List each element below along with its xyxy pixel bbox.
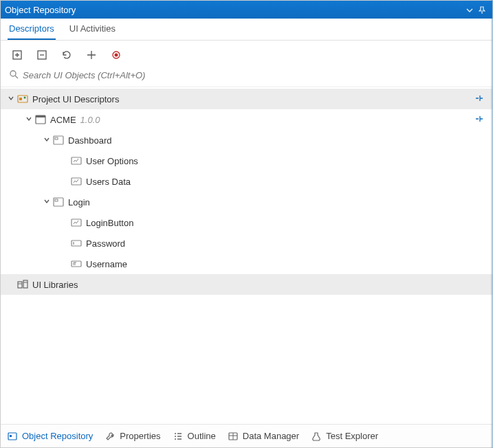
tree-node-dashboard[interactable]: Dashboard	[1, 130, 492, 150]
add-button[interactable]	[85, 48, 98, 62]
svg-rect-18	[72, 261, 81, 267]
search-row	[1, 68, 492, 87]
tree-node-ui-libraries[interactable]: UI Libraries	[1, 274, 492, 295]
tree-node-username[interactable]: Username	[1, 254, 492, 274]
bottom-tab-label: Test Explorer	[326, 431, 378, 441]
element-icon	[69, 177, 83, 186]
input-element-icon	[69, 239, 83, 247]
svg-rect-20	[23, 280, 28, 288]
panel-title: Object Repository	[5, 5, 463, 15]
highlight-icon[interactable]	[474, 93, 487, 105]
top-tabs: Descriptors UI Activities	[1, 19, 492, 41]
tree-node-users-data[interactable]: Users Data	[1, 171, 492, 192]
tree-node-login-button[interactable]: LoginButton	[1, 212, 492, 233]
tab-ui-activities[interactable]: UI Activities	[68, 19, 117, 40]
tree-node-label: Login	[68, 197, 487, 208]
tree-node-label: Users Data	[86, 177, 487, 187]
tree-node-label: User Options	[86, 156, 487, 166]
highlight-icon[interactable]	[474, 114, 487, 126]
svg-rect-17	[72, 240, 81, 246]
project-descriptors-icon	[16, 94, 30, 104]
pin-icon[interactable]	[476, 5, 488, 15]
chevron-down-icon[interactable]	[6, 95, 16, 103]
svg-rect-19	[18, 282, 22, 288]
bottom-tab-label: Properties	[120, 431, 160, 441]
svg-rect-21	[8, 433, 17, 440]
object-repository-icon	[8, 432, 19, 440]
outline-icon	[173, 432, 184, 440]
element-icon	[69, 219, 83, 227]
tree-node-label: UI Libraries	[32, 280, 487, 290]
test-explorer-icon	[311, 432, 322, 441]
tree-node-acme[interactable]: ACME1.0.0	[1, 109, 492, 130]
bottom-tab-data-manager[interactable]: Data Manager	[228, 431, 299, 441]
bottom-tabs: Object Repository Properties Outline Dat…	[1, 424, 492, 447]
search-input[interactable]	[23, 70, 484, 80]
element-icon	[69, 157, 83, 165]
svg-point-3	[115, 54, 118, 57]
svg-rect-6	[19, 98, 22, 100]
screen-icon	[52, 135, 65, 145]
object-repository-panel: Object Repository Descriptors UI Activit…	[0, 0, 493, 448]
expand-all-button[interactable]	[10, 48, 24, 62]
svg-point-7	[24, 97, 26, 99]
tree-node-label: Username	[86, 259, 487, 269]
bottom-tab-label: Outline	[188, 431, 216, 441]
refresh-button[interactable]	[60, 48, 74, 62]
wrench-icon	[105, 432, 116, 441]
toolbar	[1, 41, 492, 68]
tree-node-label: ACME1.0.0	[50, 115, 474, 125]
svg-rect-9	[36, 115, 45, 117]
bottom-tab-test-explorer[interactable]: Test Explorer	[311, 431, 378, 441]
bottom-tab-label: Data Manager	[243, 431, 299, 441]
application-icon	[34, 115, 47, 124]
bottom-tab-label: Object Repository	[22, 431, 93, 441]
svg-rect-22	[10, 435, 12, 437]
chevron-down-icon[interactable]	[24, 115, 34, 124]
svg-rect-15	[55, 199, 58, 201]
dropdown-icon[interactable]	[463, 5, 476, 15]
bottom-tab-properties[interactable]: Properties	[105, 431, 160, 441]
text-element-icon	[69, 260, 83, 268]
tree-node-user-options[interactable]: User Options	[1, 150, 492, 171]
tree-node-password[interactable]: Password	[1, 233, 492, 254]
tree-node-project-descriptors[interactable]: Project UI Descriptors	[1, 89, 492, 109]
svg-point-4	[10, 71, 16, 76]
chevron-down-icon[interactable]	[42, 198, 52, 206]
chevron-down-icon[interactable]	[42, 136, 52, 144]
svg-rect-11	[55, 137, 58, 139]
tree-node-label: LoginButton	[86, 218, 487, 228]
search-icon	[9, 69, 19, 81]
bottom-tab-outline[interactable]: Outline	[173, 431, 216, 441]
tree-view: Project UI Descriptors ACME1.0.0	[1, 87, 492, 424]
tree-node-login[interactable]: Login	[1, 192, 492, 212]
record-button[interactable]	[109, 48, 123, 62]
svg-rect-16	[72, 219, 81, 226]
svg-rect-12	[72, 157, 81, 164]
collapse-all-button[interactable]	[35, 48, 49, 62]
tree-node-label: Password	[86, 238, 487, 249]
library-icon	[16, 280, 30, 289]
svg-rect-13	[72, 178, 81, 185]
bottom-tab-object-repository[interactable]: Object Repository	[8, 431, 93, 441]
tree-node-label: Project UI Descriptors	[32, 94, 474, 104]
screen-icon	[52, 197, 65, 207]
titlebar: Object Repository	[1, 1, 492, 19]
tab-descriptors[interactable]: Descriptors	[8, 19, 56, 40]
tree-node-label: Dashboard	[68, 135, 487, 146]
data-manager-icon	[228, 432, 239, 440]
